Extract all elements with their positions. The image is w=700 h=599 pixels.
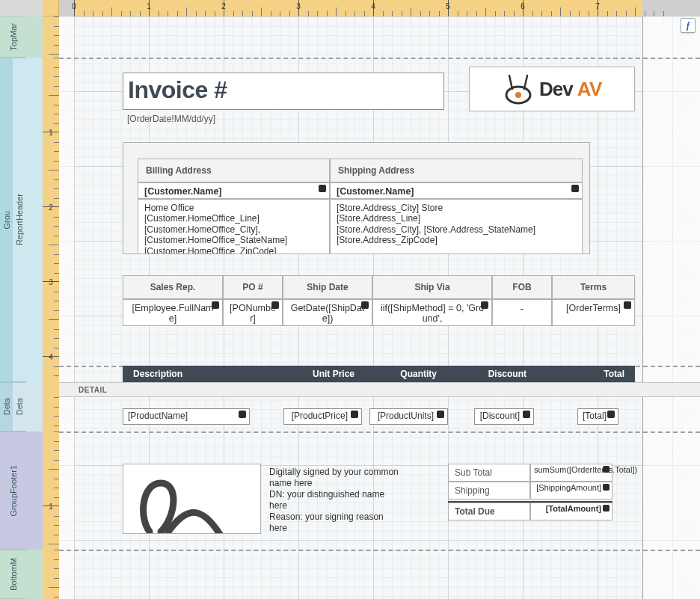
ruler-number: 3 [43, 278, 59, 286]
subtotal-value[interactable]: sumSum([OrderItems.Total]) [530, 464, 612, 482]
col-description[interactable]: Description [123, 366, 295, 382]
order-hdr-shipdate[interactable]: Ship Date [283, 275, 372, 299]
smart-tag-icon[interactable] [481, 301, 488, 309]
detail-band-header[interactable]: DETAIL [59, 382, 700, 397]
smart-tag-icon[interactable] [571, 185, 579, 192]
detail-price-field[interactable]: [ProductPrice] [283, 408, 362, 425]
horizontal-ruler-wrap: 01234567 [59, 0, 700, 16]
order-hdr-fob[interactable]: FOB [492, 275, 552, 299]
smart-tag-icon[interactable] [212, 301, 219, 309]
smart-tag-icon[interactable] [603, 484, 610, 491]
ruler-number: 7 [595, 2, 600, 10]
smart-tag-icon[interactable] [361, 301, 369, 309]
col-discount[interactable]: Discount [444, 366, 534, 382]
subtotal-label[interactable]: Sub Total [448, 464, 530, 482]
ruler-number: 1 [43, 129, 59, 137]
logo-image[interactable]: DevAV [469, 67, 635, 111]
col-quantity[interactable]: Quantity [362, 366, 444, 382]
ruler-number: 3 [296, 2, 301, 10]
signature-image[interactable] [123, 464, 261, 534]
order-val-fob[interactable]: - [492, 299, 552, 326]
billing-lines-field[interactable]: Home Office [Customer.HomeOffice_Line] [… [138, 199, 330, 254]
design-canvas[interactable]: DETAIL Invoice # [OrderDate!MM/dd/yy] De… [59, 16, 700, 599]
horizontal-ruler[interactable]: 01234567 [74, 0, 642, 16]
smart-tag-icon[interactable] [607, 411, 615, 418]
vertical-ruler[interactable]: 12341 [43, 0, 59, 599]
shipping-name-field[interactable]: [Customer.Name] [330, 182, 583, 199]
expression-editor-button[interactable]: f [681, 18, 696, 33]
band-sep-4 [59, 550, 700, 551]
totaldue-label[interactable]: Total Due [448, 503, 530, 520]
band-label-topmargin[interactable]: TopMar [0, 16, 26, 58]
ruler-number: 2 [221, 2, 226, 10]
shipping-header[interactable]: Shipping Address [330, 159, 583, 182]
totals-panel[interactable]: Sub Total sumSum([OrderItems.Total]) Shi… [448, 464, 612, 523]
smart-tag-icon[interactable] [351, 411, 358, 418]
svg-point-1 [515, 92, 521, 98]
active-groupfooter[interactable] [26, 431, 43, 550]
order-val-shipvia[interactable]: iif([ShipMethod] = 0, 'Ground', [372, 299, 492, 326]
signature-text-field[interactable]: Digitally signed by your common name her… [265, 465, 403, 532]
shipping-label[interactable]: Shipping [448, 482, 530, 500]
active-topmargin[interactable] [26, 16, 43, 58]
band-label-bottommargin[interactable]: BottomM [0, 550, 26, 599]
smart-tag-icon[interactable] [239, 411, 246, 418]
band-label-groupfooter[interactable]: GroupFooter1 [0, 431, 26, 550]
band-label-column: TopMar Grou ReportHeader Deta Deta Group… [0, 0, 26, 599]
order-val-po[interactable]: [PONumber] [223, 299, 283, 326]
order-hdr-salesrep[interactable]: Sales Rep. [123, 275, 223, 299]
band-label-detail[interactable]: Deta Deta [0, 382, 26, 431]
invoice-date-field[interactable]: [OrderDate!MM/dd/yy] [123, 112, 317, 126]
active-detail[interactable] [26, 382, 43, 431]
ruler-number: 1 [43, 503, 59, 511]
invoice-title-text: Invoice # [128, 76, 227, 103]
fx-glyph: f [687, 20, 690, 31]
smart-tag-icon[interactable] [271, 301, 279, 309]
order-val-salesrep[interactable]: [Employee.FullName] [123, 299, 223, 326]
order-hdr-terms[interactable]: Terms [552, 275, 635, 299]
shipping-lines-field[interactable]: [Store.Address_City] Store [Store.Addres… [330, 199, 583, 254]
band-sep-3 [59, 431, 700, 433]
totaldue-value[interactable]: [TotalAmount] [530, 503, 612, 520]
order-hdr-po[interactable]: PO # [223, 275, 283, 299]
ruler-number: 0 [72, 2, 76, 10]
order-hdr-shipvia[interactable]: Ship Via [372, 275, 492, 299]
ruler-number: 1 [147, 2, 151, 10]
logo-text-1: Dev [539, 78, 573, 101]
page-left-margin [59, 16, 74, 599]
band-sep-1 [59, 58, 700, 59]
col-total[interactable]: Total [534, 366, 635, 382]
smart-tag-icon[interactable] [319, 185, 326, 192]
active-bottommargin[interactable] [26, 550, 43, 599]
detail-total-field[interactable]: [Total] [577, 408, 618, 425]
ruler-number: 5 [446, 2, 450, 10]
detail-units-field[interactable]: [ProductUnits] [369, 408, 448, 425]
smart-tag-icon[interactable] [603, 466, 610, 473]
order-val-shipdate[interactable]: GetDate([ShipDate]) [283, 299, 372, 326]
logo-text-2: AV [577, 78, 602, 101]
ruler-number: 4 [43, 353, 59, 361]
detail-discount-field[interactable]: [Discount] [474, 408, 534, 425]
order-val-terms[interactable]: [OrderTerms] [552, 299, 635, 326]
detail-product-field[interactable]: [ProductName] [123, 408, 250, 425]
smart-tag-icon[interactable] [523, 411, 530, 418]
invoice-title-field[interactable]: Invoice # [123, 73, 444, 110]
active-band-column [26, 0, 43, 599]
smart-tag-icon[interactable] [603, 505, 610, 512]
band-label-groupheader[interactable]: Grou ReportHeader [0, 58, 26, 382]
smart-tag-icon[interactable] [624, 301, 631, 309]
signature-glyph-icon [123, 464, 261, 534]
active-groupheader[interactable] [26, 58, 43, 382]
col-unit-price[interactable]: Unit Price [295, 366, 362, 382]
billing-header[interactable]: Billing Address [138, 159, 330, 182]
ruler-number: 2 [43, 203, 59, 212]
page-right-margin [642, 16, 700, 599]
ruler-corner [43, 0, 59, 16]
shipping-value[interactable]: [ShippingAmount] [530, 482, 612, 500]
smart-tag-icon[interactable] [437, 411, 444, 418]
billing-name-field[interactable]: [Customer.Name] [138, 182, 330, 199]
ruler-number: 6 [521, 2, 525, 10]
logo-icon [502, 73, 535, 105]
ruler-number: 4 [371, 2, 375, 10]
page-right-edge [642, 16, 643, 599]
